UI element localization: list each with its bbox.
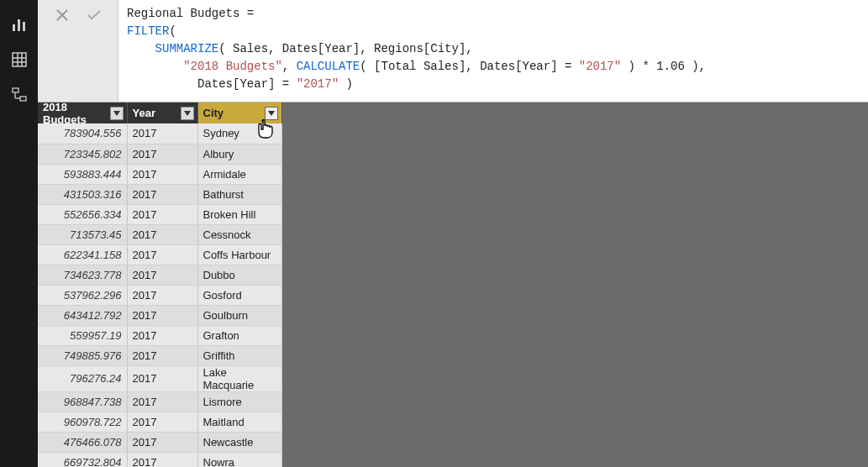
table-row[interactable]: 476466.0782017Newcastle — [38, 432, 281, 452]
column-filter-button[interactable] — [181, 107, 194, 120]
formula-bar[interactable]: Regional Budgets = FILTER( SUMMARIZE( Sa… — [118, 0, 868, 102]
cell-city[interactable]: Armidale — [197, 164, 281, 184]
model-view-button[interactable] — [7, 82, 32, 108]
cell-budget[interactable]: 713573.45 — [38, 224, 127, 244]
cell-budget[interactable]: 968847.738 — [38, 391, 127, 412]
check-icon — [87, 8, 102, 22]
table-row[interactable]: 431503.3162017Bathurst — [38, 184, 281, 204]
table-row[interactable]: 552656.3342017Broken Hill — [38, 204, 281, 224]
table-row[interactable]: 968847.7382017Lismore — [38, 391, 281, 412]
table-row[interactable]: 669732.8042017Nowra — [38, 452, 281, 467]
cell-budget[interactable]: 622341.158 — [38, 244, 127, 265]
cell-city[interactable]: Lake Macquarie — [197, 365, 281, 391]
cell-year[interactable]: 2017 — [127, 224, 197, 244]
cell-budget[interactable]: 593883.444 — [38, 164, 127, 184]
cell-city[interactable]: Bathurst — [197, 184, 281, 204]
cell-budget[interactable]: 783904.556 — [38, 123, 127, 144]
cell-budget[interactable]: 723345.802 — [38, 144, 127, 164]
cell-city[interactable]: Gosford — [197, 285, 281, 305]
cell-city[interactable]: Sydney — [197, 123, 281, 144]
cell-year[interactable]: 2017 — [127, 345, 197, 365]
formula-controls — [38, 0, 118, 102]
cell-budget[interactable]: 476466.078 — [38, 432, 127, 452]
cell-year[interactable]: 2017 — [127, 204, 197, 224]
cell-budget[interactable]: 669732.804 — [38, 452, 127, 467]
chevron-down-icon — [113, 111, 120, 116]
cell-year[interactable]: 2017 — [127, 285, 197, 305]
cell-city[interactable]: Maitland — [197, 412, 281, 432]
table-row[interactable]: 713573.452017Cessnock — [38, 224, 281, 244]
svg-rect-1 — [18, 19, 20, 31]
cell-budget[interactable]: 537962.296 — [38, 285, 127, 305]
cell-city[interactable]: Griffith — [197, 345, 281, 365]
cell-budget[interactable]: 749885.976 — [38, 345, 127, 365]
table-row[interactable]: 593883.4442017Armidale — [38, 164, 281, 184]
cell-budget[interactable]: 960978.722 — [38, 412, 127, 432]
cell-city[interactable]: Grafton — [197, 325, 281, 345]
cell-city[interactable]: Dubbo — [197, 265, 281, 285]
cell-city[interactable]: Lismore — [197, 391, 281, 412]
data-view-button[interactable] — [7, 47, 32, 72]
cell-year[interactable]: 2017 — [127, 452, 197, 467]
cell-year[interactable]: 2017 — [127, 365, 197, 391]
dax-filter: FILTER — [127, 24, 169, 38]
cell-year[interactable]: 2017 — [127, 412, 197, 432]
cell-budget[interactable]: 559957.19 — [38, 325, 127, 345]
table-row[interactable]: 783904.5562017Sydney — [38, 123, 281, 144]
cell-year[interactable]: 2017 — [127, 432, 197, 452]
dax-multiplier: 1.06 — [656, 60, 685, 73]
report-view-button[interactable] — [7, 12, 32, 37]
table-row[interactable]: 723345.8022017Albury — [38, 144, 281, 164]
cell-year[interactable]: 2017 — [127, 123, 197, 144]
column-filter-button[interactable] — [110, 107, 123, 120]
view-sidebar — [0, 0, 38, 467]
formula-commit-button[interactable] — [86, 7, 103, 24]
dax-filter-col: Dates[Year] — [197, 77, 275, 91]
dax-total-sales: [Total Sales] — [374, 60, 466, 73]
table-row[interactable]: 749885.9762017Griffith — [38, 345, 281, 365]
cell-city[interactable]: Newcastle — [197, 432, 281, 452]
cell-budget[interactable]: 643412.792 — [38, 305, 127, 325]
table-row[interactable]: 796276.242017Lake Macquarie — [38, 365, 281, 391]
dax-dates-year: Dates[Year] — [480, 60, 557, 73]
column-header-label: Year — [133, 107, 155, 119]
cell-city[interactable]: Broken Hill — [197, 204, 281, 224]
cell-year[interactable]: 2017 — [127, 144, 197, 164]
cell-city[interactable]: Cessnock — [197, 224, 281, 244]
cell-city[interactable]: Goulburn — [197, 305, 281, 325]
data-table: 2018 Budgets Year — [38, 102, 282, 467]
cell-budget[interactable]: 796276.24 — [38, 365, 127, 391]
table-row[interactable]: 537962.2962017Gosford — [38, 285, 281, 305]
dax-summarize-args: ( Sales, Dates[Year], Regions[City], — [218, 42, 472, 55]
data-grid-area: 2018 Budgets Year — [38, 102, 868, 467]
table-row[interactable]: 559957.192017Grafton — [38, 325, 281, 345]
cell-year[interactable]: 2017 — [127, 164, 197, 184]
cell-year[interactable]: 2017 — [127, 391, 197, 412]
table-row[interactable]: 643412.7922017Goulburn — [38, 305, 281, 325]
svg-marker-14 — [113, 111, 120, 116]
table-row[interactable]: 734623.7782017Dubbo — [38, 265, 281, 285]
table-row[interactable]: 960978.7222017Maitland — [38, 412, 281, 432]
cell-city[interactable]: Nowra — [197, 452, 281, 467]
close-icon — [55, 8, 69, 22]
table-row[interactable]: 622341.1582017Coffs Harbour — [38, 244, 281, 265]
cell-budget[interactable]: 734623.778 — [38, 265, 127, 285]
column-header-year[interactable]: Year — [127, 102, 197, 123]
column-filter-button[interactable] — [265, 107, 278, 120]
svg-rect-0 — [13, 24, 15, 31]
cell-budget[interactable]: 431503.316 — [38, 184, 127, 204]
cell-year[interactable]: 2017 — [127, 325, 197, 345]
cell-year[interactable]: 2017 — [127, 305, 197, 325]
cell-city[interactable]: Albury — [197, 144, 281, 164]
cell-city[interactable]: Coffs Harbour — [197, 244, 281, 265]
svg-rect-8 — [13, 88, 18, 92]
cell-year[interactable]: 2017 — [127, 184, 197, 204]
cell-year[interactable]: 2017 — [127, 244, 197, 265]
dax-year-literal: "2017" — [579, 60, 621, 73]
cell-budget[interactable]: 552656.334 — [38, 204, 127, 224]
column-header-city[interactable]: City — [197, 102, 281, 123]
cell-year[interactable]: 2017 — [127, 265, 197, 285]
formula-cancel-button[interactable] — [54, 7, 71, 24]
column-header-budget[interactable]: 2018 Budgets — [38, 102, 127, 123]
svg-marker-15 — [184, 111, 191, 116]
